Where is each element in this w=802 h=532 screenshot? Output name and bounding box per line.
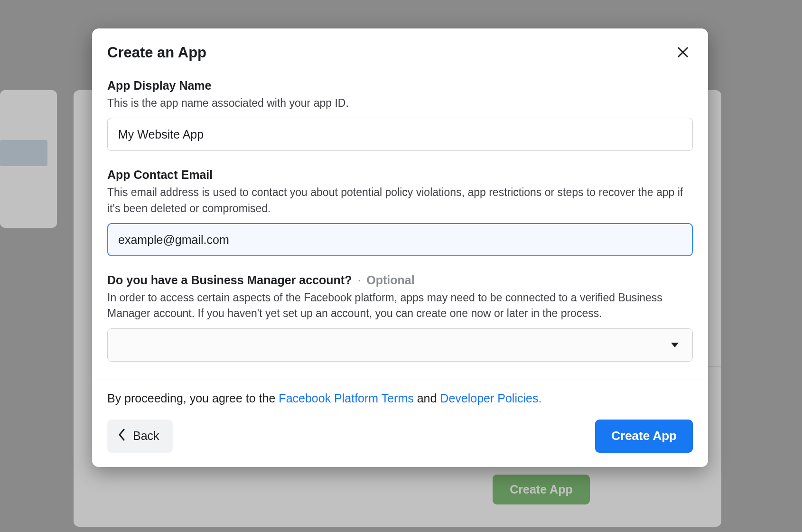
contact-email-description: This email address is used to contact yo… — [107, 185, 693, 216]
display-name-input[interactable] — [107, 118, 693, 151]
back-button[interactable]: Back — [107, 420, 173, 453]
display-name-description: This is the app name associated with you… — [107, 95, 693, 111]
app-stage: Create App Create an App App Display Na — [0, 0, 802, 532]
platform-terms-link[interactable]: Facebook Platform Terms — [279, 392, 413, 405]
contact-email-input[interactable] — [107, 223, 693, 256]
agreement-text: By proceeding, you agree to the Facebook… — [107, 392, 693, 405]
modal-title: Create an App — [107, 44, 206, 61]
modal-footer: By proceeding, you agree to the Facebook… — [92, 380, 708, 467]
agree-prefix: By proceeding, you agree to the — [107, 392, 279, 405]
contact-email-label: App Contact Email — [107, 168, 693, 182]
business-manager-description: In order to access certain aspects of th… — [107, 290, 693, 322]
business-manager-label: Do you have a Business Manager account? … — [107, 273, 693, 287]
create-app-button[interactable]: Create App — [595, 420, 693, 453]
create-app-modal: Create an App App Display Name This is t… — [92, 28, 708, 467]
field-display-name: App Display Name This is the app name as… — [107, 79, 693, 151]
optional-text: Optional — [366, 273, 414, 287]
field-business-manager: Do you have a Business Manager account? … — [107, 273, 693, 362]
footer-buttons: Back Create App — [107, 420, 693, 453]
back-label: Back — [133, 429, 159, 443]
create-app-label: Create App — [611, 429, 677, 443]
close-button[interactable] — [673, 43, 693, 63]
chevron-left-icon — [118, 428, 126, 444]
business-manager-select[interactable] — [107, 328, 693, 362]
modal-body: Create an App App Display Name This is t… — [92, 28, 708, 380]
business-manager-label-text: Do you have a Business Manager account? — [107, 273, 352, 287]
agree-and: and — [414, 392, 440, 405]
close-icon — [676, 46, 690, 60]
optional-separator: · — [357, 273, 361, 287]
modal-header: Create an App — [107, 43, 693, 63]
business-manager-select-wrap — [107, 328, 693, 362]
field-contact-email: App Contact Email This email address is … — [107, 168, 693, 256]
display-name-label: App Display Name — [107, 79, 693, 93]
developer-policies-link[interactable]: Developer Policies. — [440, 392, 541, 405]
